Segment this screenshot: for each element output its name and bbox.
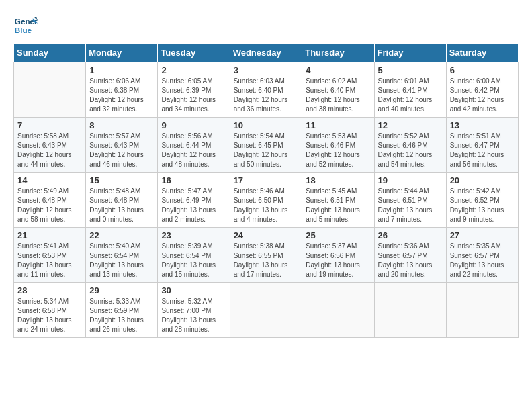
day-header-thursday: Thursday <box>302 44 374 62</box>
day-info: Sunrise: 5:36 AM Sunset: 6:57 PM Dayligh… <box>378 242 443 279</box>
day-number: 22 <box>89 230 154 240</box>
calendar-cell: 4Sunrise: 6:02 AM Sunset: 6:40 PM Daylig… <box>302 62 374 118</box>
calendar-cell: 24Sunrise: 5:38 AM Sunset: 6:55 PM Dayli… <box>230 228 302 283</box>
calendar-cell: 18Sunrise: 5:45 AM Sunset: 6:51 PM Dayli… <box>302 173 374 228</box>
day-info: Sunrise: 5:54 AM Sunset: 6:45 PM Dayligh… <box>234 132 299 169</box>
day-info: Sunrise: 5:35 AM Sunset: 6:57 PM Dayligh… <box>450 242 515 279</box>
day-number: 16 <box>161 175 226 185</box>
calendar-cell: 2Sunrise: 6:05 AM Sunset: 6:39 PM Daylig… <box>158 62 230 118</box>
day-info: Sunrise: 5:52 AM Sunset: 6:46 PM Dayligh… <box>378 132 443 169</box>
day-number: 12 <box>378 120 443 130</box>
calendar-cell: 25Sunrise: 5:37 AM Sunset: 6:56 PM Dayli… <box>302 228 374 283</box>
calendar-cell <box>14 62 86 118</box>
calendar-cell: 30Sunrise: 5:32 AM Sunset: 7:00 PM Dayli… <box>158 283 230 338</box>
calendar-cell: 22Sunrise: 5:40 AM Sunset: 6:54 PM Dayli… <box>86 228 158 283</box>
calendar-cell: 28Sunrise: 5:34 AM Sunset: 6:58 PM Dayli… <box>14 283 86 338</box>
day-info: Sunrise: 5:47 AM Sunset: 6:49 PM Dayligh… <box>161 187 226 224</box>
day-info: Sunrise: 5:48 AM Sunset: 6:48 PM Dayligh… <box>89 187 154 224</box>
day-number: 10 <box>234 120 299 130</box>
day-number: 6 <box>450 65 515 75</box>
day-number: 19 <box>378 175 443 185</box>
day-number: 30 <box>161 285 226 295</box>
calendar-cell: 6Sunrise: 6:00 AM Sunset: 6:42 PM Daylig… <box>446 62 518 118</box>
day-number: 7 <box>17 120 82 130</box>
day-number: 26 <box>378 230 443 240</box>
calendar-cell: 12Sunrise: 5:52 AM Sunset: 6:46 PM Dayli… <box>374 118 446 173</box>
day-number: 9 <box>161 120 226 130</box>
day-number: 8 <box>89 120 154 130</box>
calendar-cell: 21Sunrise: 5:41 AM Sunset: 6:53 PM Dayli… <box>14 228 86 283</box>
day-info: Sunrise: 5:45 AM Sunset: 6:51 PM Dayligh… <box>306 187 370 224</box>
calendar-header-row: SundayMondayTuesdayWednesdayThursdayFrid… <box>14 44 519 62</box>
day-info: Sunrise: 5:39 AM Sunset: 6:54 PM Dayligh… <box>161 242 226 279</box>
day-info: Sunrise: 5:32 AM Sunset: 7:00 PM Dayligh… <box>161 297 226 334</box>
calendar-cell: 8Sunrise: 5:57 AM Sunset: 6:43 PM Daylig… <box>86 118 158 173</box>
calendar-cell: 20Sunrise: 5:42 AM Sunset: 6:52 PM Dayli… <box>446 173 518 228</box>
day-number: 3 <box>234 65 299 75</box>
calendar-cell: 14Sunrise: 5:49 AM Sunset: 6:48 PM Dayli… <box>14 173 86 228</box>
day-header-monday: Monday <box>86 44 158 62</box>
day-number: 25 <box>306 230 370 240</box>
calendar-cell <box>302 283 374 338</box>
calendar-cell: 23Sunrise: 5:39 AM Sunset: 6:54 PM Dayli… <box>158 228 230 283</box>
day-info: Sunrise: 5:38 AM Sunset: 6:55 PM Dayligh… <box>234 242 299 279</box>
calendar-week-row: 1Sunrise: 6:06 AM Sunset: 6:38 PM Daylig… <box>14 62 519 118</box>
day-number: 20 <box>450 175 515 185</box>
day-info: Sunrise: 6:03 AM Sunset: 6:40 PM Dayligh… <box>234 77 299 114</box>
logo: General Blue <box>13 13 38 38</box>
day-info: Sunrise: 5:37 AM Sunset: 6:56 PM Dayligh… <box>306 242 370 279</box>
calendar-cell: 17Sunrise: 5:46 AM Sunset: 6:50 PM Dayli… <box>230 173 302 228</box>
day-info: Sunrise: 5:57 AM Sunset: 6:43 PM Dayligh… <box>89 132 154 169</box>
calendar-cell: 13Sunrise: 5:51 AM Sunset: 6:47 PM Dayli… <box>446 118 518 173</box>
day-info: Sunrise: 5:40 AM Sunset: 6:54 PM Dayligh… <box>89 242 154 279</box>
calendar-cell: 1Sunrise: 6:06 AM Sunset: 6:38 PM Daylig… <box>86 62 158 118</box>
logo-icon: General Blue <box>13 13 38 38</box>
day-info: Sunrise: 5:33 AM Sunset: 6:59 PM Dayligh… <box>89 297 154 334</box>
day-info: Sunrise: 5:44 AM Sunset: 6:51 PM Dayligh… <box>378 187 443 224</box>
calendar-cell: 29Sunrise: 5:33 AM Sunset: 6:59 PM Dayli… <box>86 283 158 338</box>
day-info: Sunrise: 6:02 AM Sunset: 6:40 PM Dayligh… <box>306 77 370 114</box>
calendar-cell <box>446 283 518 338</box>
svg-text:Blue: Blue <box>15 26 32 34</box>
day-info: Sunrise: 6:06 AM Sunset: 6:38 PM Dayligh… <box>89 77 154 114</box>
day-info: Sunrise: 5:51 AM Sunset: 6:47 PM Dayligh… <box>450 132 515 169</box>
day-info: Sunrise: 5:41 AM Sunset: 6:53 PM Dayligh… <box>17 242 82 279</box>
calendar-week-row: 14Sunrise: 5:49 AM Sunset: 6:48 PM Dayli… <box>14 173 519 228</box>
day-info: Sunrise: 5:42 AM Sunset: 6:52 PM Dayligh… <box>450 187 515 224</box>
calendar-cell: 15Sunrise: 5:48 AM Sunset: 6:48 PM Dayli… <box>86 173 158 228</box>
day-number: 13 <box>450 120 515 130</box>
day-header-tuesday: Tuesday <box>158 44 230 62</box>
calendar-cell: 9Sunrise: 5:56 AM Sunset: 6:44 PM Daylig… <box>158 118 230 173</box>
day-number: 17 <box>234 175 299 185</box>
calendar-cell: 26Sunrise: 5:36 AM Sunset: 6:57 PM Dayli… <box>374 228 446 283</box>
day-number: 15 <box>89 175 154 185</box>
page-header: General Blue <box>13 13 519 38</box>
day-header-wednesday: Wednesday <box>230 44 302 62</box>
day-number: 1 <box>89 65 154 75</box>
calendar-week-row: 28Sunrise: 5:34 AM Sunset: 6:58 PM Dayli… <box>14 283 519 338</box>
day-number: 21 <box>17 230 82 240</box>
calendar-cell: 10Sunrise: 5:54 AM Sunset: 6:45 PM Dayli… <box>230 118 302 173</box>
day-info: Sunrise: 5:49 AM Sunset: 6:48 PM Dayligh… <box>17 187 82 224</box>
day-number: 18 <box>306 175 370 185</box>
calendar-table: SundayMondayTuesdayWednesdayThursdayFrid… <box>13 43 519 338</box>
day-number: 23 <box>161 230 226 240</box>
calendar-cell: 16Sunrise: 5:47 AM Sunset: 6:49 PM Dayli… <box>158 173 230 228</box>
day-number: 11 <box>306 120 370 130</box>
day-info: Sunrise: 6:01 AM Sunset: 6:41 PM Dayligh… <box>378 77 443 114</box>
day-info: Sunrise: 6:00 AM Sunset: 6:42 PM Dayligh… <box>450 77 515 114</box>
day-number: 4 <box>306 65 370 75</box>
calendar-cell: 7Sunrise: 5:58 AM Sunset: 6:43 PM Daylig… <box>14 118 86 173</box>
calendar-week-row: 7Sunrise: 5:58 AM Sunset: 6:43 PM Daylig… <box>14 118 519 173</box>
calendar-cell <box>230 283 302 338</box>
day-header-saturday: Saturday <box>446 44 518 62</box>
calendar-cell: 5Sunrise: 6:01 AM Sunset: 6:41 PM Daylig… <box>374 62 446 118</box>
day-info: Sunrise: 6:05 AM Sunset: 6:39 PM Dayligh… <box>161 77 226 114</box>
day-number: 27 <box>450 230 515 240</box>
day-info: Sunrise: 5:53 AM Sunset: 6:46 PM Dayligh… <box>306 132 370 169</box>
day-header-friday: Friday <box>374 44 446 62</box>
day-number: 14 <box>17 175 82 185</box>
day-info: Sunrise: 5:58 AM Sunset: 6:43 PM Dayligh… <box>17 132 82 169</box>
day-info: Sunrise: 5:46 AM Sunset: 6:50 PM Dayligh… <box>234 187 299 224</box>
day-number: 24 <box>234 230 299 240</box>
